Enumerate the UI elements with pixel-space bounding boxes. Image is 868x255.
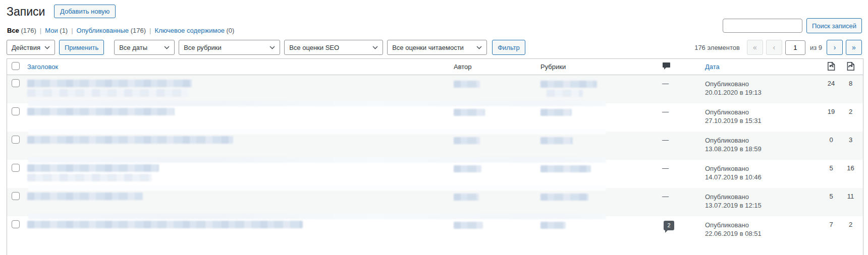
no-comments-dash: — — [662, 136, 669, 144]
view-link-1[interactable]: Все (176) — [7, 27, 36, 34]
author-redacted[interactable] — [454, 222, 483, 229]
row-checkbox[interactable] — [12, 107, 20, 115]
date-cell: Опубликовано22.06.2019 в 08:51 — [705, 216, 821, 244]
search-input[interactable] — [723, 19, 802, 33]
no-comments-dash: — — [662, 164, 669, 172]
table-row: —Опубликовано20.01.2020 в 19:13248 — [7, 75, 863, 103]
author-cell — [449, 160, 540, 188]
column-header-title[interactable]: Заголовок — [27, 63, 58, 71]
toolbar-filters: Действия Применить Все даты Все рубрики … — [7, 40, 525, 55]
add-new-post-button[interactable]: Добавить новую — [54, 5, 116, 18]
row-checkbox[interactable] — [12, 164, 20, 172]
row-checkbox-cell — [7, 216, 27, 244]
items-count: 176 элементов — [694, 44, 740, 51]
category-redacted[interactable] — [540, 194, 588, 201]
posts-list-table: Заголовок Автор Рубрики Дата — — [7, 58, 863, 255]
no-comments-dash: — — [662, 80, 669, 87]
outgoing-links-count: 3 — [841, 132, 863, 160]
post-date: 27.10.2019 в 15:31 — [705, 116, 821, 125]
author-redacted[interactable] — [454, 137, 480, 144]
incoming-links-count: 5 — [821, 160, 841, 188]
date-cell: Опубликовано27.10.2019 в 15:31 — [705, 103, 821, 132]
author-cell — [449, 132, 540, 160]
post-title-cell — [27, 188, 449, 216]
table-row: —Опубликовано14.07.2019 в 10:46516 — [7, 160, 863, 188]
category-redacted[interactable] — [540, 165, 591, 172]
bulk-actions-select[interactable]: Действия — [7, 40, 55, 55]
table-body: —Опубликовано20.01.2020 в 19:13248—Опубл… — [7, 75, 863, 244]
row-checkbox[interactable] — [12, 220, 20, 228]
last-page-button[interactable]: » — [846, 40, 862, 55]
view-link-2[interactable]: Мои (1) — [45, 27, 68, 34]
first-page-button[interactable]: « — [747, 40, 763, 55]
search-posts-button[interactable]: Поиск записей — [806, 18, 862, 33]
date-cell: Опубликовано13.08.2019 в 18:59 — [705, 132, 821, 160]
row-checkbox[interactable] — [12, 79, 20, 87]
table-row: 2Опубликовано22.06.2019 в 08:5172 — [7, 216, 863, 244]
category-redacted[interactable] — [540, 222, 566, 229]
column-header-date[interactable]: Дата — [705, 63, 720, 71]
post-title-redacted[interactable] — [27, 221, 303, 228]
post-status: Опубликовано — [705, 136, 821, 145]
post-date: 13.07.2019 в 12:15 — [705, 201, 821, 210]
post-title-cell — [27, 160, 449, 188]
categories-filter-select[interactable]: Все рубрики — [179, 40, 280, 55]
readability-filter-select[interactable]: Все оценки читаемости — [387, 40, 487, 55]
row-checkbox[interactable] — [12, 136, 20, 144]
post-title-cell — [27, 216, 449, 244]
comments-cell: 2 — [658, 216, 705, 244]
category-redacted[interactable] — [540, 109, 572, 116]
view-link-3[interactable]: Опубликованные (176) — [77, 27, 146, 34]
author-redacted[interactable] — [454, 81, 480, 88]
post-title-cell — [27, 75, 449, 103]
category-redacted[interactable] — [540, 137, 573, 144]
post-title-redacted[interactable] — [27, 136, 233, 144]
post-title-redacted[interactable] — [27, 108, 175, 115]
post-title-redacted[interactable] — [27, 80, 192, 87]
post-date: 14.07.2019 в 10:46 — [705, 173, 821, 181]
outgoing-links-count: 16 — [841, 160, 863, 188]
apply-button[interactable]: Применить — [59, 40, 104, 55]
row-checkbox[interactable] — [12, 192, 20, 200]
outgoing-links-count: 2 — [841, 216, 863, 244]
date-cell: Опубликовано13.07.2019 в 12:15 — [705, 188, 821, 216]
seo-score-filter-label: Все оценки SEO — [289, 44, 339, 51]
outgoing-links-count: 11 — [841, 188, 863, 216]
next-page-button[interactable]: › — [827, 40, 843, 55]
row-checkbox-cell — [7, 132, 27, 160]
date-cell: Опубликовано20.01.2020 в 19:13 — [705, 75, 821, 103]
row-checkbox-cell — [7, 103, 27, 132]
date-cell: Опубликовано14.07.2019 в 10:46 — [705, 160, 821, 188]
post-status: Опубликовано — [705, 108, 821, 116]
readability-filter-label: Все оценки читаемости — [392, 44, 464, 51]
post-title-redacted[interactable] — [27, 193, 143, 200]
category-redacted[interactable] — [540, 81, 597, 88]
categories-cell — [540, 75, 658, 103]
author-redacted[interactable] — [454, 109, 485, 116]
author-redacted[interactable] — [454, 194, 479, 201]
filter-button[interactable]: Фильтр — [492, 40, 525, 55]
table-row: —Опубликовано27.10.2019 в 15:31192 — [7, 103, 863, 132]
author-cell — [449, 75, 540, 103]
post-title-cell — [27, 132, 449, 160]
view-count: (1) — [60, 27, 68, 34]
seo-score-filter-select[interactable]: Все оценки SEO — [284, 40, 383, 55]
current-page-input[interactable] — [785, 40, 805, 55]
no-comments-dash: — — [662, 193, 669, 200]
view-separator: | — [71, 27, 73, 34]
dates-filter-select[interactable]: Все даты — [114, 40, 175, 55]
list-toolbar: Действия Применить Все даты Все рубрики … — [7, 40, 862, 55]
comments-cell: — — [658, 75, 705, 103]
author-redacted[interactable] — [454, 165, 481, 172]
page-title: Записи — [7, 5, 45, 19]
dates-filter-label: Все даты — [119, 44, 147, 51]
select-all-checkbox[interactable] — [12, 62, 20, 70]
comment-count-badge[interactable]: 2 — [664, 221, 674, 230]
prev-page-button[interactable]: ‹ — [766, 40, 782, 55]
chevron-down-icon — [372, 46, 378, 49]
categories-cell — [540, 160, 658, 188]
post-title-redacted[interactable] — [27, 164, 159, 172]
post-title-redacted — [27, 174, 152, 181]
column-header-author: Автор — [454, 63, 472, 71]
view-link-4[interactable]: Ключевое содержимое (0) — [154, 27, 234, 34]
